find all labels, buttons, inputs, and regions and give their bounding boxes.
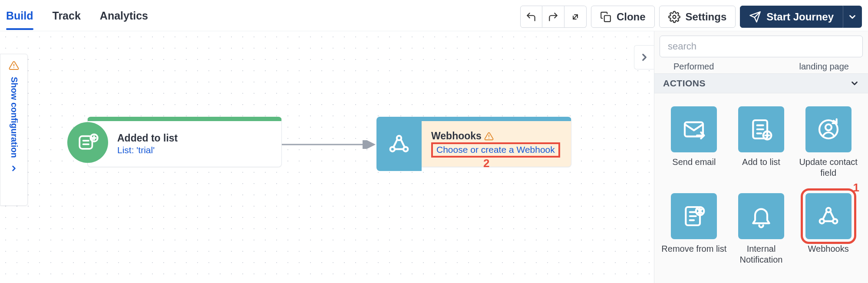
svg-point-29 <box>825 124 832 130</box>
partial-right: landing page <box>799 62 849 72</box>
top-bar: Build Track Analytics Clone Settings <box>0 0 868 31</box>
svg-rect-1 <box>604 15 611 21</box>
tile-label: Add to list <box>742 157 780 168</box>
action-node-webhooks[interactable]: Webhooks Choose or create a Webhook <box>377 117 571 167</box>
start-label: Start Journey <box>766 11 834 23</box>
copy-icon <box>600 11 611 23</box>
section-title: ACTIONS <box>663 78 706 89</box>
tile-update-contact[interactable]: Update contact field <box>795 106 862 178</box>
action-title: Webhooks <box>431 130 482 142</box>
webhook-icon <box>816 204 841 228</box>
tile-label: Update contact field <box>795 157 862 178</box>
settings-button[interactable]: Settings <box>659 6 736 28</box>
trigger-node-added-to-list[interactable]: Added to list List: 'trial' <box>87 117 282 167</box>
start-journey-dropdown[interactable] <box>843 6 862 28</box>
start-journey-button[interactable]: Start Journey <box>740 6 843 28</box>
contact-update-icon <box>816 117 841 142</box>
partial-left: Performed <box>673 62 714 72</box>
search-input[interactable] <box>660 36 863 57</box>
section-actions-header[interactable]: ACTIONS <box>654 73 868 93</box>
start-split: Start Journey <box>740 6 862 28</box>
tile-internal-notification[interactable]: Internal Notification <box>728 193 795 265</box>
send-icon <box>749 11 761 23</box>
trigger-subtitle: List: 'trial' <box>117 145 178 155</box>
partial-previous-section: Performed landing page <box>654 62 868 73</box>
tile-send-email[interactable]: Send email <box>660 106 728 178</box>
fullscreen-button[interactable] <box>564 6 587 28</box>
tab-analytics[interactable]: Analytics <box>100 3 148 30</box>
canvas[interactable]: Show configuration Added to list List: '… <box>0 31 654 283</box>
trigger-title: Added to list <box>117 132 178 144</box>
connector-arrow <box>282 140 377 149</box>
settings-label: Settings <box>686 11 727 23</box>
redo-button[interactable] <box>542 6 564 28</box>
workspace: Show configuration Added to list List: '… <box>0 31 868 283</box>
mail-send-icon <box>682 117 706 142</box>
undo-icon <box>525 11 537 23</box>
tile-label: Send email <box>672 157 716 168</box>
tile-add-to-list[interactable]: Add to list <box>728 106 795 178</box>
toolbar: Clone Settings Start Journey <box>520 6 862 28</box>
gear-icon <box>668 11 680 23</box>
action-link-highlight: Choose or create a Webhook <box>431 142 560 158</box>
undo-button[interactable] <box>520 6 542 28</box>
show-config-label: Show configuration <box>9 77 19 158</box>
clone-label: Clone <box>617 11 646 23</box>
tile-label: Remove from list <box>661 244 726 254</box>
list-remove-icon <box>682 204 706 228</box>
chevron-down-icon <box>848 12 857 22</box>
app-root: Build Track Analytics Clone Settings <box>0 0 868 283</box>
svg-point-2 <box>673 15 676 18</box>
tile-webhooks[interactable]: 1 Webhooks <box>795 193 862 265</box>
choose-webhook-link[interactable]: Choose or create a Webhook <box>436 145 555 155</box>
expand-icon <box>570 12 581 22</box>
chevron-right-icon <box>639 52 650 63</box>
chevron-down-icon <box>850 79 859 88</box>
trigger-icon <box>67 122 108 163</box>
tile-label: Webhooks <box>808 244 849 254</box>
list-add-icon <box>749 117 773 142</box>
actions-palette: Performed landing page ACTIONS Send emai… <box>654 31 868 283</box>
redo-icon <box>548 11 559 23</box>
chevron-right-icon <box>10 164 18 173</box>
tile-label: Internal Notification <box>728 244 795 265</box>
palette-collapse-handle[interactable] <box>634 45 654 69</box>
warning-icon <box>9 60 19 71</box>
actions-grid: Send email Add to list Update contact fi… <box>654 93 868 283</box>
show-configuration-toggle[interactable]: Show configuration <box>0 54 28 206</box>
svg-line-0 <box>573 15 578 19</box>
tab-build[interactable]: Build <box>6 3 33 30</box>
warning-icon <box>484 132 494 141</box>
webhook-node-icon <box>376 117 422 171</box>
tab-track[interactable]: Track <box>53 3 81 30</box>
annotation-2: 2 <box>483 157 489 170</box>
clone-button[interactable]: Clone <box>591 6 655 28</box>
tile-remove-from-list[interactable]: Remove from list <box>660 193 728 265</box>
bell-icon <box>749 204 773 228</box>
annotation-1: 1 <box>853 181 859 194</box>
action-title-row: Webhooks <box>431 130 561 142</box>
main-tabs: Build Track Analytics <box>6 3 148 30</box>
search-wrap <box>654 31 868 62</box>
